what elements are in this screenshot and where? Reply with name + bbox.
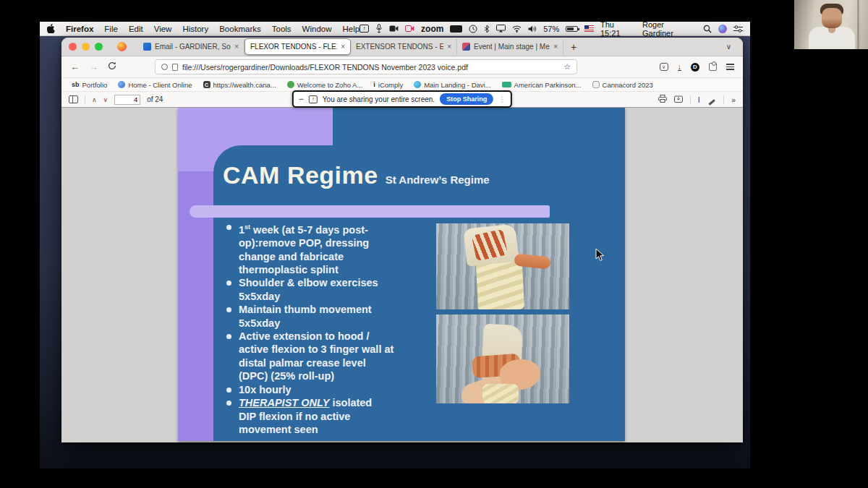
menu-window[interactable]: Window [302,25,332,33]
downloads-icon[interactable]: ↓ [678,63,682,71]
battery-percent: 57% [543,25,559,33]
zoom-menu-label[interactable]: zoom [421,24,443,34]
menu-tools[interactable]: Tools [272,25,292,33]
battery-icon[interactable] [566,26,578,32]
tab-flexor-tendons-active[interactable]: FLEXOR TENDONS - FLEXOR TEND × [244,38,351,55]
bookmark-home-client-online[interactable]: Home - Client Online [118,81,192,89]
menu-history[interactable]: History [182,25,208,33]
input-source-flag-icon[interactable] [584,25,594,32]
text-select-tool-icon[interactable]: I [698,95,700,104]
volume-icon[interactable] [528,24,537,33]
minimize-banner-button[interactable]: − [299,94,304,104]
apple-menu-icon[interactable] [47,24,55,33]
bluetooth-icon[interactable] [484,24,490,33]
tab-close-icon[interactable]: × [553,43,558,51]
bookmark-icomply[interactable]: iiComply [373,81,403,89]
wrist-bandage [482,384,519,403]
divider [690,95,691,104]
draw-tool-icon[interactable] [707,95,716,104]
tab-close-icon[interactable]: × [234,43,239,51]
new-tab-button[interactable]: + [571,41,576,53]
tab-close-icon[interactable]: × [341,43,345,51]
spotlight-search-icon[interactable] [703,24,712,33]
extensions-puzzle-icon[interactable] [709,63,717,71]
back-button[interactable]: ← [70,61,80,72]
menu-file[interactable]: File [104,25,118,33]
photo-passive-flexion [436,314,569,403]
menu-edit[interactable]: Edit [129,25,143,33]
sharing-message: You are sharing your entire screen. [323,95,435,103]
bullet-10x-hourly: 10x hourly [223,383,454,396]
page-number-input[interactable] [114,95,140,105]
pdf-viewer[interactable]: CAM Regime St Andrew’s Regime 1st week (… [61,108,743,442]
slide-page-4: CAM Regime St Andrew’s Regime 1st week (… [178,108,625,441]
camera-icon[interactable] [389,24,399,33]
c-logo-icon: C [203,81,210,88]
airplay-display-icon[interactable] [496,24,506,33]
maximize-window-button[interactable] [95,43,103,51]
next-page-button[interactable]: ∨ [103,96,109,103]
bookmark-american-parkinson[interactable]: American Parkinson... [502,81,582,89]
previous-page-button[interactable]: ∧ [92,96,97,103]
menu-app-name[interactable]: Firefox [66,25,93,33]
menu-view[interactable]: View [154,25,172,33]
menu-user-name[interactable]: Roger Gardiner [642,20,697,38]
bookmark-cannacord[interactable]: Cannacord 2023 [592,81,653,89]
webcam-overlay [794,0,868,49]
shared-screen: Firefox File Edit View History Bookmarks… [40,22,750,468]
bookmark-main-landing[interactable]: Main Landing - Davi... [414,81,490,89]
menu-help[interactable]: Help [343,25,360,33]
siri-icon[interactable] [718,25,727,33]
tab-email[interactable]: Email - GARDINER, Sonya (MID × [138,39,244,55]
firefox-view-icon[interactable] [117,42,127,51]
blue-circle-icon [414,81,421,88]
menu-clock[interactable]: Thu 15:21 [600,20,636,38]
bookmark-wealth[interactable]: Chttps://wealth.cana... [203,81,276,89]
outlook-favicon [143,43,151,51]
wifi-icon[interactable] [512,24,522,33]
zoom-camera-icon[interactable] [405,24,414,33]
firefox-window: Email - GARDINER, Sonya (MID × FLEXOR TE… [61,38,743,442]
navigation-bar: ← → file:///Users/rogergardiner/Download… [61,56,743,78]
tab-close-icon[interactable]: × [447,43,451,51]
bookmark-star-icon[interactable]: ☆ [563,62,571,72]
more-tools-icon[interactable]: » [731,95,736,104]
url-text[interactable]: file:///Users/rogergardiner/Downloads/FL… [182,63,559,72]
tab-strip: Email - GARDINER, Sonya (MID × FLEXOR TE… [61,38,743,56]
tab-extensor-tendons[interactable]: EXTENSOR TENDONS - EXTENSO × [351,39,457,55]
bookmark-portfolio[interactable]: sbPortfolio [72,81,107,89]
save-icon[interactable] [674,95,683,104]
sharing-screen-icon: ↑ [309,95,318,103]
slide-bullet-list: 1st week (at 5-7 days post- op):remove P… [223,221,454,436]
extension-d-icon[interactable]: D [691,63,699,72]
address-bar[interactable]: file:///Users/rogergardiner/Downloads/FL… [155,59,577,74]
banner-kebab-icon[interactable]: ⋮ [498,95,506,103]
screen-sharing-banner: − ↑ You are sharing your entire screen. … [292,90,512,108]
time-machine-icon[interactable] [469,24,477,33]
stop-sharing-button[interactable]: Stop Sharing [440,93,493,105]
menu-bookmarks[interactable]: Bookmarks [219,25,261,33]
list-all-tabs-icon[interactable]: ∨ [726,43,737,51]
screen-share-icon[interactable]: ↑ [359,25,369,33]
close-window-button[interactable] [69,43,77,51]
bookmark-zoho[interactable]: Welcome to Zoho A... [287,81,363,89]
control-center-icon[interactable] [733,24,743,33]
forward-button[interactable]: → [89,61,98,72]
permissions-icon[interactable] [161,64,168,70]
reload-button[interactable] [108,61,116,72]
microphone-icon[interactable] [375,24,383,33]
photo-splint-extension [436,223,569,309]
app-menu-icon[interactable] [726,64,734,70]
window-controls [69,43,103,51]
slide-title-main: CAM Regime [223,161,378,189]
print-icon[interactable] [658,95,667,104]
tab-medall-event[interactable]: Event | Main stage | MedAll × [457,39,563,55]
minimize-window-button[interactable] [82,43,90,51]
pocket-icon[interactable]: ∨ [660,63,668,71]
mouse-cursor [595,248,605,265]
bullet-thumb-movement: Maintain thumb movement 5x5xday [223,303,454,330]
pdf-sidebar-toggle-icon[interactable] [69,95,78,103]
slide-title-sub: St Andrew’s Regime [386,174,490,186]
status-badge-icon[interactable] [450,25,462,33]
bullet-shoulder-elbow: Shoulder & elbow exercises 5x5xday [223,276,454,303]
